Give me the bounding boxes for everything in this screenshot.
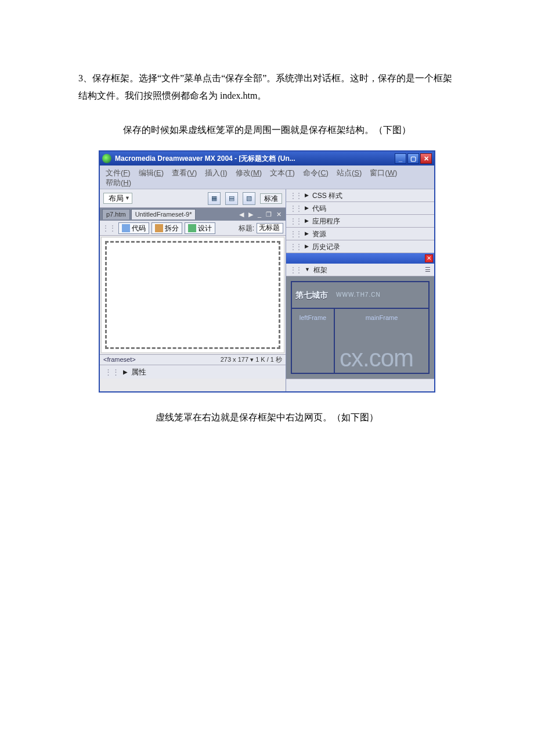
menu-insert[interactable]: 插入(I) — [205, 169, 227, 177]
menu-view[interactable]: 查看(V) — [172, 169, 197, 177]
panel-code-label: 代码 — [312, 205, 326, 212]
grip-icon: ⋮⋮ — [104, 368, 120, 376]
tab-nav-next-icon[interactable]: ▶ — [247, 211, 255, 218]
window-title: Macromedia Dreamweaver MX 2004 - [无标题文档 … — [115, 155, 395, 162]
panel-history-label: 历史记录 — [312, 243, 340, 250]
design-canvas[interactable] — [101, 237, 284, 353]
split-view-button[interactable]: 拆分 — [151, 222, 182, 234]
paragraph-1: 3、保存框架。选择“文件”菜单点击“保存全部”。系统弹出对话框。这时，保存的是一… — [78, 70, 456, 105]
watermark-main: 第七城市 — [295, 291, 328, 299]
menu-text[interactable]: 文本(T) — [270, 169, 295, 177]
tag-selector[interactable]: <frameset> — [103, 357, 136, 363]
standard-mode-button[interactable]: 标准 — [260, 193, 282, 204]
tab-nav-prev-icon[interactable]: ◀ — [237, 211, 246, 218]
menu-help[interactable]: 帮助(H) — [106, 179, 131, 186]
title-input[interactable] — [257, 223, 283, 233]
frames-diagram[interactable]: 第七城市 WWW.TH7.CN leftFrame mainFrame cx.c… — [291, 281, 430, 374]
panel-frames-label: 框架 — [313, 267, 327, 273]
watermark-sub: WWW.TH7.CN — [336, 292, 381, 298]
title-label: 标题: — [239, 225, 254, 232]
minimize-button[interactable]: _ — [395, 153, 406, 164]
expand-icon: ▶ — [305, 206, 309, 211]
caption-1: 保存的时候如果虚线框笼罩的是周围一圈就是保存框架结构。（下图） — [78, 121, 456, 139]
grip-icon: ⋮⋮ — [290, 231, 301, 237]
panel-resources-header[interactable]: ⋮⋮ ▶ 资源 — [286, 228, 434, 240]
split-view-icon — [155, 224, 163, 232]
grip-icon: ⋮⋮ — [290, 192, 301, 199]
menu-edit[interactable]: 编辑(E) — [139, 169, 164, 177]
grip-icon: ⋮⋮ — [102, 225, 116, 232]
frames-top-frame[interactable]: 第七城市 WWW.TH7.CN — [292, 282, 428, 309]
panel-css-header[interactable]: ⋮⋮ ▶ CSS 样式 — [286, 189, 434, 202]
panel-code-header[interactable]: ⋮⋮ ▶ 代码 — [286, 202, 434, 215]
menu-modify[interactable]: 修改(M) — [236, 169, 262, 177]
grip-icon: ⋮⋮ — [290, 243, 301, 250]
expand-icon: ▶ — [305, 244, 309, 249]
main-frame-label: mainFrame — [366, 315, 398, 321]
layout-tool-icon-3[interactable]: ▧ — [243, 192, 255, 205]
collapse-icon: ▼ — [305, 267, 310, 272]
app-icon — [102, 154, 111, 163]
menu-file[interactable]: 文件(F) — [106, 169, 131, 177]
design-view-icon — [188, 224, 196, 232]
grip-icon: ⋮⋮ — [290, 205, 301, 212]
frameset-dashed-selection — [105, 241, 280, 349]
panel-app-label: 应用程序 — [312, 218, 340, 225]
tab-close-icon[interactable]: ✕ — [275, 211, 283, 218]
status-bar: <frameset> 273 x 177 ▾ 1 K / 1 秒 — [100, 354, 286, 365]
menu-commands[interactable]: 命令(C) — [303, 169, 329, 177]
panel-app-header[interactable]: ⋮⋮ ▶ 应用程序 — [286, 215, 434, 228]
document-tabs: p7.htm UntitledFrameset-9* ◀ ▶ _ ❐ ✕ — [100, 208, 286, 221]
panel-frames-header[interactable]: ⋮⋮ ▼ 框架 ☰ — [286, 264, 434, 276]
right-filler — [286, 379, 434, 391]
frames-panel-body: 第七城市 WWW.TH7.CN leftFrame mainFrame cx.c… — [286, 276, 434, 379]
grip-icon: ⋮⋮ — [290, 218, 301, 225]
left-frame-label: leftFrame — [300, 315, 326, 321]
watermark-big: cx.com — [340, 346, 413, 370]
expand-icon: ▶ — [305, 193, 309, 198]
canvas-size-label: 273 x 177 ▾ 1 K / 1 秒 — [221, 357, 282, 363]
window-titlebar: Macromedia Dreamweaver MX 2004 - [无标题文档 … — [100, 152, 434, 165]
doc-tab-untitled[interactable]: UntitledFrameset-9* — [131, 209, 196, 219]
properties-label: 属性 — [131, 368, 146, 376]
layout-category-dropdown[interactable]: 布局 — [103, 193, 132, 204]
layout-tool-icon-2[interactable]: ▤ — [225, 192, 238, 205]
panel-css-label: CSS 样式 — [312, 192, 342, 199]
tab-minimize-icon[interactable]: _ — [256, 211, 263, 218]
tab-restore-icon[interactable]: ❐ — [264, 211, 273, 218]
caption-2: 虚线笼罩在右边就是保存框架中右边网页。（如下图） — [78, 409, 456, 426]
panel-divider: ✕ — [286, 253, 434, 264]
panel-res-label: 资源 — [312, 231, 326, 237]
menu-window[interactable]: 窗口(W) — [370, 169, 397, 177]
doc-tab-p7[interactable]: p7.htm — [102, 209, 130, 219]
maximize-button[interactable]: ▢ — [407, 153, 419, 164]
expand-icon: ▶ — [123, 369, 128, 375]
expand-icon: ▶ — [305, 231, 309, 236]
close-button[interactable]: ✕ — [420, 153, 432, 164]
properties-panel-header[interactable]: ⋮⋮ ▶ 属性 — [100, 365, 286, 379]
panel-group-close-icon[interactable]: ✕ — [425, 254, 433, 262]
view-toolbar: ⋮⋮ 代码 拆分 设计 标题: — [100, 221, 286, 236]
grip-icon: ⋮⋮ — [290, 267, 301, 273]
menu-site[interactable]: 站点(S) — [337, 169, 362, 177]
panel-history-header[interactable]: ⋮⋮ ▶ 历史记录 — [286, 240, 434, 253]
frames-main-frame[interactable]: mainFrame cx.com — [335, 309, 428, 373]
design-view-button[interactable]: 设计 — [185, 222, 215, 234]
panel-menu-icon[interactable]: ☰ — [425, 267, 431, 273]
menubar: 文件(F) 编辑(E) 查看(V) 插入(I) 修改(M) 文本(T) 命令(C… — [100, 165, 434, 189]
expand-icon: ▶ — [305, 218, 309, 224]
code-view-button[interactable]: 代码 — [118, 222, 149, 234]
layout-tool-icon-1[interactable]: ▦ — [208, 192, 221, 205]
code-view-icon — [122, 224, 130, 232]
frames-left-frame[interactable]: leftFrame — [292, 309, 335, 373]
screenshot-dreamweaver: Macromedia Dreamweaver MX 2004 - [无标题文档 … — [99, 150, 435, 393]
insert-toolbar: 布局 ▦ ▤ ▧ 标准 — [100, 189, 286, 208]
